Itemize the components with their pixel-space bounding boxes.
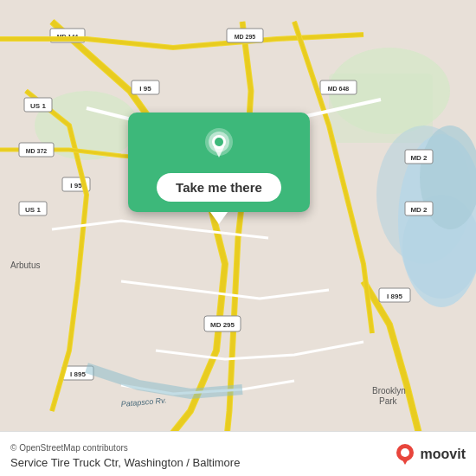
svg-text:MD 2: MD 2 [410, 206, 428, 214]
svg-text:MD 648: MD 648 [328, 86, 350, 92]
svg-text:Brooklyn: Brooklyn [372, 386, 406, 396]
svg-text:Park: Park [379, 396, 398, 406]
map-attribution: © OpenStreetMap contributors [10, 443, 128, 453]
popup-card: Take me there [128, 113, 310, 212]
svg-text:US 1: US 1 [30, 102, 46, 110]
svg-point-41 [215, 138, 223, 146]
location-pin-icon [200, 126, 238, 164]
moovit-logo: moovit [393, 442, 466, 466]
map-background: MD 295 I 95 I 95 I 895 I 895 MD 144 US 1… [0, 0, 476, 476]
svg-text:Arbutus: Arbutus [10, 261, 40, 270]
svg-text:MD 295: MD 295 [235, 34, 256, 40]
svg-text:I 95: I 95 [139, 85, 151, 93]
moovit-brand-text: moovit [421, 447, 466, 462]
bottom-bar: © OpenStreetMap contributors Service Tir… [0, 431, 476, 476]
bottom-info: © OpenStreetMap contributors Service Tir… [10, 439, 240, 470]
svg-point-43 [401, 448, 409, 457]
map-container: MD 295 I 95 I 95 I 895 I 895 MD 144 US 1… [0, 0, 476, 476]
take-me-there-button[interactable]: Take me there [157, 173, 281, 202]
svg-text:US 1: US 1 [25, 206, 41, 214]
svg-text:MD 2: MD 2 [410, 154, 428, 162]
svg-text:MD 295: MD 295 [210, 321, 235, 329]
location-label: Service Tire Truck Ctr, Washington / Bal… [10, 456, 240, 469]
svg-text:I 95: I 95 [70, 182, 82, 190]
svg-text:MD 372: MD 372 [26, 148, 48, 154]
svg-text:I 895: I 895 [387, 293, 402, 300]
svg-text:I 895: I 895 [70, 370, 86, 378]
moovit-pin-icon [393, 442, 417, 466]
